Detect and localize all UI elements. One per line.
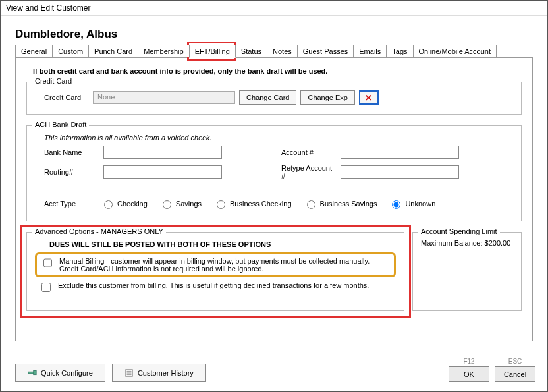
advanced-options-group: Advanced Options - MANAGERS ONLY DUES WI… bbox=[26, 232, 404, 311]
svg-rect-1 bbox=[34, 371, 36, 375]
esc-hint: ESC bbox=[508, 358, 522, 365]
acct-type-label-text: Unknown bbox=[405, 200, 435, 208]
tab-notes[interactable]: Notes bbox=[267, 45, 298, 57]
tab-online-mobile-account[interactable]: Online/Mobile Account bbox=[413, 45, 497, 57]
ok-button[interactable]: OK bbox=[449, 366, 489, 382]
acct-type-label: Acct Type bbox=[44, 200, 89, 208]
tab-eft-billing[interactable]: EFT/Billing bbox=[189, 45, 236, 58]
exclude-billing-text: Exclude this customer from billing. This… bbox=[58, 281, 369, 289]
acct-type-label-text: Checking bbox=[117, 200, 148, 208]
quick-configure-label: Quick Configure bbox=[41, 369, 93, 377]
advanced-legend: Advanced Options - MANAGERS ONLY bbox=[32, 227, 166, 235]
ach-group: ACH Bank Draft This information is all a… bbox=[26, 125, 522, 221]
acct-type-label-text: Business Savings bbox=[320, 200, 377, 208]
acct-type-radio[interactable] bbox=[307, 200, 315, 209]
quick-configure-button[interactable]: Quick Configure bbox=[15, 364, 105, 382]
ach-note: This information is all available from a… bbox=[44, 134, 512, 142]
tab-tags[interactable]: Tags bbox=[386, 45, 413, 57]
tab-custom[interactable]: Custom bbox=[52, 45, 89, 57]
account-label: Account # bbox=[281, 148, 334, 156]
acct-type-savings[interactable]: Savings bbox=[159, 198, 202, 209]
acct-type-radio[interactable] bbox=[217, 200, 225, 209]
tab-punch-card[interactable]: Punch Card bbox=[88, 45, 138, 57]
account-input[interactable] bbox=[341, 146, 459, 159]
history-icon bbox=[124, 368, 134, 378]
cancel-button[interactable]: Cancel bbox=[495, 366, 535, 382]
routing-input[interactable] bbox=[103, 165, 222, 179]
acct-type-label-text: Business Checking bbox=[230, 200, 292, 208]
bottom-bar: Quick Configure Customer History F12 OK … bbox=[1, 351, 547, 391]
retype-account-input[interactable] bbox=[341, 165, 459, 179]
tab-emails[interactable]: Emails bbox=[353, 45, 387, 57]
manual-billing-checkbox[interactable] bbox=[43, 258, 52, 267]
customer-history-label: Customer History bbox=[138, 369, 194, 377]
spending-legend: Account Spending Limit bbox=[418, 227, 500, 235]
credit-card-legend: Credit Card bbox=[32, 77, 74, 85]
ach-legend: ACH Bank Draft bbox=[32, 121, 89, 128]
acct-type-row: Acct Type CheckingSavingsBusiness Checki… bbox=[44, 198, 512, 209]
customer-history-button[interactable]: Customer History bbox=[112, 364, 206, 382]
exclude-billing-row: Exclude this customer from billing. This… bbox=[35, 279, 396, 296]
acct-type-radio[interactable] bbox=[163, 200, 171, 209]
manual-billing-text: Manual Billing - customer will appear in… bbox=[59, 257, 390, 273]
spending-limit-group: Account Spending Limit Maximum Balance: … bbox=[412, 232, 522, 311]
change-card-button[interactable]: Change Card bbox=[239, 90, 296, 105]
window: View and Edit Customer Dumbledore, Albus… bbox=[0, 0, 548, 392]
credit-card-value: None bbox=[93, 91, 235, 104]
content-area: Dumbledore, Albus GeneralCustomPunch Car… bbox=[1, 16, 547, 341]
bank-draft-warning: If both credit card and bank account inf… bbox=[33, 67, 522, 75]
acct-type-business-checking[interactable]: Business Checking bbox=[213, 198, 292, 209]
acct-type-business-savings[interactable]: Business Savings bbox=[304, 198, 377, 209]
credit-card-label: Credit Card bbox=[44, 94, 89, 101]
bank-name-input[interactable] bbox=[103, 146, 222, 159]
window-title: View and Edit Customer bbox=[1, 1, 547, 16]
delete-card-button[interactable]: ✕ bbox=[359, 90, 379, 105]
acct-type-radio[interactable] bbox=[392, 200, 400, 209]
bank-name-label: Bank Name bbox=[44, 148, 97, 156]
customer-name: Dumbledore, Albus bbox=[15, 28, 533, 41]
advanced-headline: DUES WILL STILL BE POSTED WITH BOTH OF T… bbox=[49, 240, 396, 248]
acct-type-label-text: Savings bbox=[176, 200, 202, 208]
tab-strip: GeneralCustomPunch CardMembershipEFT/Bil… bbox=[15, 45, 533, 58]
spending-text: Maximum Balance: $200.00 bbox=[421, 239, 513, 247]
routing-label: Routing# bbox=[44, 168, 97, 176]
change-exp-button[interactable]: Change Exp bbox=[300, 90, 355, 105]
manual-billing-row: Manual Billing - customer will appear in… bbox=[35, 252, 396, 277]
x-icon: ✕ bbox=[365, 93, 372, 103]
tab-general[interactable]: General bbox=[15, 45, 53, 57]
tab-membership[interactable]: Membership bbox=[138, 45, 190, 57]
acct-type-unknown[interactable]: Unknown bbox=[389, 198, 435, 209]
exclude-billing-checkbox[interactable] bbox=[41, 283, 51, 292]
f12-hint: F12 bbox=[463, 358, 474, 365]
tab-body: If both credit card and bank account inf… bbox=[15, 58, 533, 341]
credit-card-group: Credit Card Credit Card None Change Card… bbox=[26, 82, 522, 115]
retype-account-label: Retype Account # bbox=[281, 164, 334, 180]
acct-type-radio[interactable] bbox=[104, 200, 113, 209]
tab-status[interactable]: Status bbox=[235, 45, 267, 57]
tab-guest-passes[interactable]: Guest Passes bbox=[297, 45, 354, 57]
wrench-icon bbox=[28, 368, 37, 378]
acct-type-checking[interactable]: Checking bbox=[101, 198, 148, 209]
